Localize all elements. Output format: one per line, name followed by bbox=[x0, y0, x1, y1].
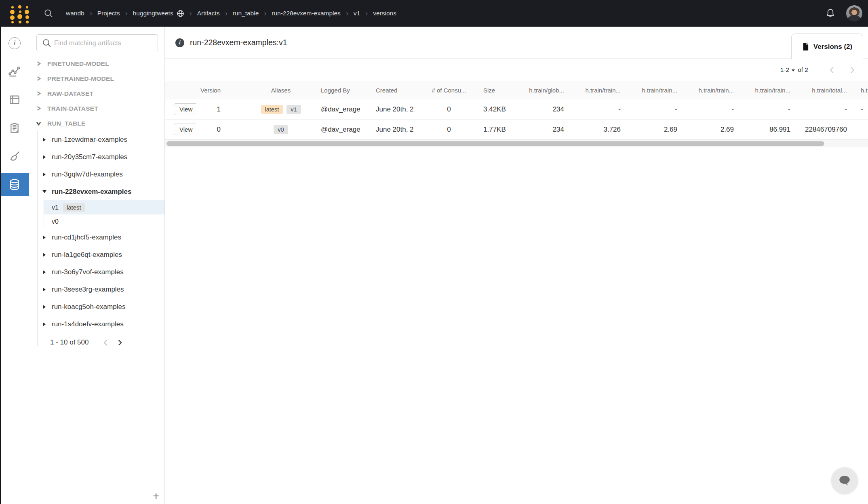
triangle-right-icon bbox=[43, 322, 46, 326]
artifact-run-koacg5oh[interactable]: run-koacg5oh-examples bbox=[38, 298, 164, 315]
column-header-aliases[interactable]: Aliases bbox=[241, 87, 321, 94]
rail-item-overview[interactable]: i bbox=[0, 29, 29, 57]
global-search-button[interactable] bbox=[43, 8, 54, 19]
triangle-right-icon bbox=[43, 288, 46, 292]
artifact-run-1zewdmar[interactable]: run-1zewdmar-examples bbox=[38, 131, 164, 148]
metric-cell: 22846709760 bbox=[803, 126, 859, 134]
sidebar-next-page-button[interactable] bbox=[116, 339, 123, 346]
artifact-run-cd1jhcf5[interactable]: run-cd1jhcf5-examples bbox=[38, 229, 164, 246]
version-item-v0[interactable]: v0 bbox=[44, 214, 164, 229]
add-artifact-button[interactable]: + bbox=[153, 491, 159, 502]
metric-cell: 3.726 bbox=[576, 126, 633, 134]
broom-icon bbox=[8, 149, 21, 163]
triangle-right-icon bbox=[43, 155, 46, 159]
sidebar-pagination: 1 - 10 of 500 bbox=[50, 338, 164, 346]
artifact-search-input[interactable] bbox=[54, 39, 154, 47]
breadcrumb-versions-page[interactable]: versions bbox=[373, 10, 396, 17]
column-header-logged-by[interactable]: Logged By bbox=[321, 87, 373, 94]
column-header-metric-3[interactable]: h.train/train... bbox=[633, 87, 689, 94]
rail-item-tables[interactable] bbox=[0, 86, 29, 114]
wandb-logo[interactable] bbox=[8, 3, 33, 23]
artifact-run-la1ge6qt[interactable]: run-la1ge6qt-examples bbox=[38, 246, 164, 263]
artifact-run-228evxem[interactable]: run-228evxem-examples bbox=[38, 183, 164, 200]
metric-cell: - bbox=[689, 105, 746, 113]
breadcrumb-separator: › bbox=[225, 10, 228, 17]
column-header-metric-1[interactable]: h.train/glob... bbox=[520, 87, 576, 94]
column-header-metric-4[interactable]: h.train/train... bbox=[689, 87, 746, 94]
column-header-consumers[interactable]: # of Consu... bbox=[423, 87, 475, 94]
breadcrumb-wandb[interactable]: wandb bbox=[66, 10, 84, 17]
artifact-group-raw-dataset[interactable]: RAW-DATASET bbox=[29, 86, 164, 101]
horizontal-scrollbar-thumb[interactable] bbox=[166, 141, 824, 146]
view-button[interactable]: View bbox=[174, 103, 196, 115]
column-header-size[interactable]: Size bbox=[475, 87, 520, 94]
artifact-group-finetuned-model[interactable]: FINETUNED-MODEL bbox=[29, 56, 164, 71]
triangle-right-icon bbox=[43, 253, 46, 257]
version-item-v1[interactable]: v1 latest bbox=[44, 200, 164, 214]
chat-help-button[interactable] bbox=[831, 467, 858, 494]
breadcrumb-separator: › bbox=[264, 10, 266, 17]
breadcrumb-separator: › bbox=[190, 10, 192, 17]
rail-item-sweeps[interactable] bbox=[0, 142, 29, 170]
artifact-run-3sese3rg[interactable]: run-3sese3rg-examples bbox=[38, 281, 164, 298]
column-header-version[interactable]: Version bbox=[196, 87, 241, 94]
artifact-run-3o6y7vof[interactable]: run-3o6y7vof-examples bbox=[38, 263, 164, 281]
prev-page-button[interactable] bbox=[828, 66, 836, 74]
triangle-down-icon bbox=[42, 190, 46, 193]
column-header-created[interactable]: Created bbox=[373, 87, 423, 94]
version-cell: 1 bbox=[196, 105, 241, 113]
chevron-right-icon bbox=[36, 106, 41, 111]
breadcrumb-artifact-type[interactable]: run_table bbox=[233, 10, 259, 17]
info-icon[interactable]: i bbox=[175, 38, 184, 47]
line-chart-icon bbox=[8, 65, 21, 78]
created-cell: June 20th, 2 bbox=[373, 126, 423, 134]
size-cell: 3.42KB bbox=[475, 105, 520, 113]
artifact-run-20y35cm7[interactable]: run-20y35cm7-examples bbox=[38, 148, 164, 166]
search-icon bbox=[43, 8, 54, 19]
tab-versions[interactable]: Versions (2) bbox=[791, 34, 863, 59]
run-label: run-1s4doefv-examples bbox=[52, 320, 124, 328]
size-cell: 1.77KB bbox=[475, 126, 520, 134]
breadcrumb-version[interactable]: v1 bbox=[354, 10, 360, 17]
version-list: v1 latest v0 bbox=[44, 200, 164, 229]
artifact-run-3gqlw7dl[interactable]: run-3gqlw7dl-examples bbox=[38, 166, 164, 183]
breadcrumb-artifacts[interactable]: Artifacts bbox=[197, 10, 220, 17]
column-header-metric-5[interactable]: h.train/train... bbox=[746, 87, 803, 94]
triangle-right-icon bbox=[43, 138, 46, 142]
triangle-right-icon bbox=[43, 305, 46, 309]
breadcrumb-separator: › bbox=[346, 10, 348, 17]
user-avatar[interactable] bbox=[846, 5, 862, 21]
view-button[interactable]: View bbox=[174, 124, 196, 135]
run-label: run-3o6y7vof-examples bbox=[52, 268, 124, 276]
group-label: RAW-DATASET bbox=[47, 90, 93, 97]
artifact-group-pretrained-model[interactable]: PRETRAINED-MODEL bbox=[29, 71, 164, 86]
artifact-group-run-table[interactable]: RUN_TABLE bbox=[29, 116, 164, 131]
next-page-button[interactable] bbox=[848, 66, 856, 74]
rail-item-artifacts[interactable] bbox=[0, 173, 29, 196]
alias-badge-latest: latest bbox=[261, 105, 283, 114]
rail-item-logs[interactable] bbox=[0, 114, 29, 142]
breadcrumb-projects[interactable]: Projects bbox=[97, 10, 120, 17]
chat-bubble-icon bbox=[838, 474, 851, 487]
table-row: View 0 v0 @dav_erage June 20th, 2 0 1.77… bbox=[165, 120, 868, 140]
column-header-metric-7[interactable]: h.t bbox=[859, 87, 868, 94]
rail-item-charts[interactable] bbox=[0, 57, 29, 86]
column-header-metric-2[interactable]: h.train/train... bbox=[576, 87, 633, 94]
metric-cell: 234 bbox=[520, 126, 576, 134]
breadcrumb-artifact-name[interactable]: run-228evxem-examples bbox=[272, 10, 341, 17]
triangle-right-icon bbox=[43, 172, 46, 176]
column-header-metric-6[interactable]: h.train/total... bbox=[803, 87, 859, 94]
metric-cell: - bbox=[746, 105, 803, 113]
artifact-run-1s4doefv[interactable]: run-1s4doefv-examples bbox=[38, 315, 164, 333]
chevron-down-icon bbox=[36, 121, 41, 126]
clipboard-icon bbox=[8, 122, 21, 134]
breadcrumb-project[interactable]: huggingtweets bbox=[133, 10, 173, 17]
artifact-group-train-dataset[interactable]: TRAIN-DATASET bbox=[29, 101, 164, 116]
logged-by-cell: @dav_erage bbox=[321, 105, 373, 113]
sidebar-pagination-label: 1 - 10 of 500 bbox=[50, 338, 88, 346]
bell-icon[interactable] bbox=[824, 7, 836, 19]
rows-per-page-dropdown[interactable]: 1-2 bbox=[780, 66, 798, 74]
horizontal-scrollbar-track[interactable] bbox=[165, 140, 868, 147]
sidebar-footer: + bbox=[29, 488, 164, 504]
sidebar-prev-page-button[interactable] bbox=[102, 339, 109, 346]
